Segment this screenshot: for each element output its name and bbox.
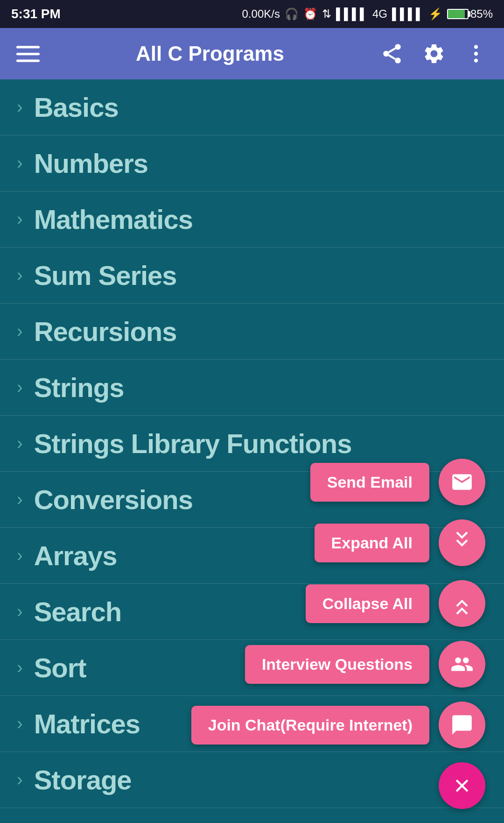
list-item-label: Sort xyxy=(34,652,86,683)
svg-rect-0 xyxy=(16,46,40,48)
list-item-label: Mathematics xyxy=(34,204,193,235)
chevron-icon: › xyxy=(17,265,23,285)
network-type: 4G xyxy=(372,7,387,21)
list-item-label: Strings xyxy=(34,372,124,403)
send-email-button[interactable] xyxy=(439,459,485,505)
svg-rect-1 xyxy=(16,53,40,55)
chevron-icon: › xyxy=(17,433,23,454)
menu-icon xyxy=(16,42,40,65)
svg-point-8 xyxy=(474,45,478,49)
list-item-label: Strings Library Functions xyxy=(34,428,352,459)
app-title: All C Programs xyxy=(56,42,364,65)
collapse-all-button[interactable] xyxy=(439,580,485,627)
list-item-label: Sum Series xyxy=(34,260,177,291)
svg-point-5 xyxy=(395,57,401,64)
chevron-icon: › xyxy=(17,97,23,117)
share-button[interactable] xyxy=(378,40,406,68)
chevron-icon: › xyxy=(17,658,23,678)
list-item-label: Recursions xyxy=(34,316,177,347)
join-chat-button[interactable] xyxy=(439,702,485,748)
list-item-mathematics[interactable]: › Mathematics xyxy=(0,192,504,248)
expand-all-label[interactable]: Expand All xyxy=(315,524,429,562)
collapse-all-label[interactable]: Collapse All xyxy=(306,584,429,623)
more-button[interactable] xyxy=(462,40,490,68)
status-time: 5:31 PM xyxy=(11,7,61,21)
chevron-icon: › xyxy=(17,714,23,734)
share-icon xyxy=(380,42,404,65)
fab-interview-questions: Interview Questions xyxy=(245,641,485,688)
fab-close: × xyxy=(439,762,485,809)
status-right: 0.00K/s 🎧 ⏰ ⇅ ▌▌▌▌ 4G ▌▌▌▌ ⚡ 85% xyxy=(242,7,493,21)
settings-button[interactable] xyxy=(420,40,448,68)
fab-join-chat: Join Chat(Require Internet) xyxy=(191,702,485,748)
close-icon: × xyxy=(454,772,470,800)
expand-icon xyxy=(450,531,474,554)
chevron-icon: › xyxy=(17,770,23,790)
list-item-label: Conversions xyxy=(34,484,193,515)
settings-icon xyxy=(422,42,446,65)
fab-menu-overlay: Send Email Expand All Collapse All Inter… xyxy=(191,459,485,809)
svg-line-7 xyxy=(389,49,395,52)
expand-all-button[interactable] xyxy=(439,519,485,566)
collapse-icon xyxy=(450,592,474,615)
close-fab-button[interactable]: × xyxy=(439,762,485,809)
fab-expand-all: Expand All xyxy=(315,519,485,566)
chevron-icon: › xyxy=(17,153,23,173)
list-item-label: Storage xyxy=(34,764,132,795)
list-item-strings[interactable]: › Strings xyxy=(0,360,504,416)
charging-icon: ⚡ xyxy=(428,7,442,21)
sync-icon: ⇅ xyxy=(322,7,331,21)
list-item-numbers[interactable]: › Numbers xyxy=(0,135,504,192)
svg-point-9 xyxy=(474,52,478,56)
menu-button[interactable] xyxy=(14,40,42,68)
signal-icon: ▌▌▌▌ xyxy=(336,7,368,21)
chevron-icon: › xyxy=(17,546,23,566)
fab-collapse-all: Collapse All xyxy=(306,580,485,627)
list-item-label: Basics xyxy=(34,92,119,123)
svg-point-10 xyxy=(474,58,478,62)
group-icon xyxy=(450,653,474,676)
chat-icon xyxy=(450,713,474,737)
svg-point-3 xyxy=(395,44,401,50)
list-item-basics[interactable]: › Basics xyxy=(0,79,504,135)
chevron-icon: › xyxy=(17,602,23,622)
network-speed: 0.00K/s xyxy=(242,7,280,21)
signal-icon-2: ▌▌▌▌ xyxy=(392,7,424,21)
svg-point-4 xyxy=(383,51,389,57)
join-chat-label[interactable]: Join Chat(Require Internet) xyxy=(191,706,429,745)
battery-indicator: 85% xyxy=(447,7,493,21)
more-icon xyxy=(464,42,488,65)
list-item-sum-series[interactable]: › Sum Series xyxy=(0,248,504,304)
battery-percent: 85% xyxy=(470,7,493,21)
interview-questions-button[interactable] xyxy=(439,641,485,688)
list-item-recursions[interactable]: › Recursions xyxy=(0,304,504,360)
headphone-icon: 🎧 xyxy=(285,7,299,21)
list-item-label: Numbers xyxy=(34,148,148,179)
chevron-icon: › xyxy=(17,490,23,510)
list-item-label: Search xyxy=(34,596,121,627)
send-email-label[interactable]: Send Email xyxy=(310,463,429,502)
chevron-icon: › xyxy=(17,321,23,341)
chevron-icon: › xyxy=(17,209,23,229)
list-item-label: Matrices xyxy=(34,708,140,739)
alarm-icon: ⏰ xyxy=(303,7,317,21)
fab-send-email: Send Email xyxy=(310,459,485,505)
chevron-icon: › xyxy=(17,377,23,397)
svg-line-6 xyxy=(389,55,395,59)
interview-questions-label[interactable]: Interview Questions xyxy=(245,645,429,684)
status-bar: 5:31 PM 0.00K/s 🎧 ⏰ ⇅ ▌▌▌▌ 4G ▌▌▌▌ ⚡ 85% xyxy=(0,0,504,28)
svg-rect-2 xyxy=(16,60,40,62)
app-bar: All C Programs xyxy=(0,28,504,79)
list-item-label: Arrays xyxy=(34,540,117,571)
list-item-label: Pointers xyxy=(34,820,139,823)
list-item-pointers[interactable]: › Pointers xyxy=(0,808,504,823)
email-icon xyxy=(450,470,474,494)
